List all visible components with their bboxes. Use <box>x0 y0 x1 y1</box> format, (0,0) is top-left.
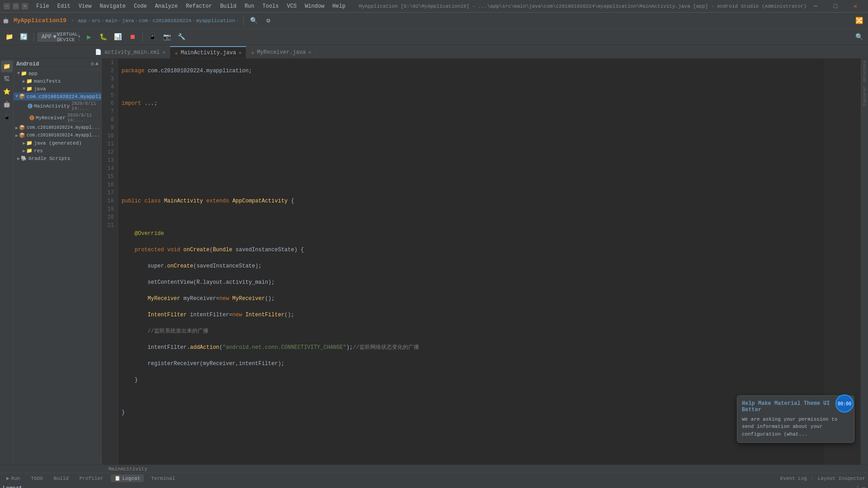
tools-btn-3[interactable]: 🔧 <box>175 31 188 43</box>
event-log-link[interactable]: Event Log <box>780 476 807 481</box>
profile-button[interactable]: 📊 <box>112 31 124 43</box>
win-maximize[interactable]: □ <box>826 0 844 13</box>
tab-java-icon: ☕ <box>175 49 178 56</box>
menu-bar: File Edit View Navigate Code Analyze Ref… <box>33 2 355 10</box>
sidebar-resource-icon[interactable]: 📱 <box>1 111 13 123</box>
structure-tab-right[interactable]: Structure <box>862 59 868 84</box>
tree-java[interactable]: ▼ 📁 java <box>14 85 101 93</box>
tab-activity-main-close[interactable]: ✕ <box>162 50 165 55</box>
tree-pkg-main-label: com.c201801020224.myapplication <box>27 94 102 99</box>
code-line-1: package com.c201801020224.myapplication; <box>122 67 821 75</box>
run-sep-2 <box>79 33 79 42</box>
tab-profiler[interactable]: Profiler <box>76 475 107 482</box>
tab-my-receiver-close[interactable]: ✕ <box>308 50 311 55</box>
menu-run[interactable]: Run <box>241 2 258 10</box>
bc-main[interactable]: main <box>105 18 117 23</box>
tree-app-arrow: ▼ <box>17 71 20 76</box>
settings-btn[interactable]: ⚙ <box>262 14 274 27</box>
bc-myapp[interactable]: myapplication <box>196 18 235 23</box>
menu-help[interactable]: Help <box>329 2 349 10</box>
minimize-btn[interactable]: ─ <box>4 3 10 9</box>
close-btn[interactable]: ✕ <box>22 3 28 9</box>
explorer-tab-right[interactable]: Explorer <box>862 84 868 108</box>
bc-src[interactable]: src <box>92 18 101 23</box>
tab-run[interactable]: ▶ Run <box>3 474 24 482</box>
menu-navigate[interactable]: Navigate <box>96 2 129 10</box>
tools-btn-1[interactable]: 📱 <box>146 31 159 43</box>
editor-tabs: 📄 activity_main.xml ✕ ☕ MainActivity.jav… <box>0 45 868 59</box>
tab-my-receiver[interactable]: ☕ MyReceiver.java ✕ <box>246 46 316 58</box>
tree-java-icon: 📁 <box>26 86 33 92</box>
timer-svg: 00:00 <box>835 394 854 413</box>
tree-pkg-2[interactable]: ▶ 📦 com.c201801020224.myappl... <box>14 124 101 131</box>
win-close[interactable]: ✕ <box>846 0 864 13</box>
tree-manifests-arrow: ▶ <box>23 79 25 84</box>
menu-file[interactable]: File <box>33 2 53 10</box>
tree-pkg-main-icon: 📦 <box>19 94 25 99</box>
device-selector[interactable]: VIRTUAL DEVICE ▼ <box>62 31 75 43</box>
menu-view[interactable]: View <box>75 2 95 10</box>
menu-code[interactable]: Code <box>130 2 151 10</box>
tree-mainactivity[interactable]: 🅒 MainActivity 2020/8/11 14:... <box>14 100 101 112</box>
tools-btn-2[interactable]: 📷 <box>161 31 174 43</box>
tab-build[interactable]: Build <box>50 475 72 482</box>
tree-header-btn-1[interactable]: ⚙ <box>91 61 94 67</box>
logcat-minimize-btn[interactable]: ─ <box>862 485 865 488</box>
maximize-btn[interactable]: □ <box>13 3 19 9</box>
search-btn[interactable]: 🔍 <box>853 31 865 43</box>
sidebar-android-icon[interactable]: 🤖 <box>1 99 13 110</box>
editor-breadcrumb-bar: MainAcitivity <box>0 465 868 473</box>
menu-tools[interactable]: Tools <box>259 2 283 10</box>
tab-main-activity[interactable]: ☕ MainActivity.java ✕ <box>170 46 246 58</box>
sidebar-favorites-icon[interactable]: ⭐ <box>1 86 13 98</box>
tree-res[interactable]: ▶ 📁 res <box>14 147 101 155</box>
git-btn[interactable]: 🔀 <box>853 14 865 27</box>
bc-java[interactable]: java <box>122 18 134 23</box>
menu-edit[interactable]: Edit <box>54 2 74 10</box>
logcat-title: Logcat <box>3 485 22 488</box>
ln-12: 12 <box>102 148 116 156</box>
tree-app[interactable]: ▼ 📁 app <box>14 70 101 77</box>
stop-button[interactable]: ⏹ <box>126 31 139 43</box>
tab-main-activity-close[interactable]: ✕ <box>239 50 241 56</box>
android-label: Android <box>16 61 39 67</box>
sync-btn[interactable]: 🔄 <box>17 31 30 43</box>
search-everywhere-btn[interactable]: 🔍 <box>247 14 260 27</box>
layout-inspector-link[interactable]: Layout Inspector <box>817 476 865 481</box>
menu-analyze[interactable]: Analyze <box>151 2 181 10</box>
timer-circle[interactable]: 00:00 <box>835 394 854 413</box>
tree-pkg-main[interactable]: ▼ 📦 com.c201801020224.myapplication <box>14 93 101 100</box>
tab-todo[interactable]: TODO <box>27 475 46 482</box>
tab-terminal[interactable]: Terminal <box>147 475 179 482</box>
bottom-toolbar-section: Event Log | Layout Inspector <box>780 475 865 482</box>
tree-manifests[interactable]: ▶ 📁 manifests <box>14 77 101 85</box>
tree-pkg-3-icon: 📦 <box>19 132 25 138</box>
tree-header-btn-2[interactable]: ▲ <box>95 61 99 67</box>
code-content[interactable]: package com.c201801020224.myapplication;… <box>118 59 825 465</box>
tree-pkg-3[interactable]: ▶ 📦 com.c201801020224.myappl... <box>14 131 101 139</box>
tree-gradle[interactable]: ▶ 🐘 Gradle Scripts <box>14 155 101 162</box>
tab-logcat[interactable]: 📋 Logcat <box>111 474 144 482</box>
logcat-more-btn[interactable]: ⋮ <box>855 485 860 488</box>
tree-java-arrow: ▼ <box>23 86 25 91</box>
menu-window[interactable]: Window <box>301 2 328 10</box>
tree-java-gen[interactable]: ▶ 📁 java (generated) <box>14 139 101 147</box>
bc-app[interactable]: app <box>78 18 87 23</box>
bc-pkg[interactable]: c201801020224 <box>153 18 192 23</box>
tree-res-icon: 📁 <box>26 148 33 154</box>
menu-vcs[interactable]: VCS <box>283 2 301 10</box>
ln-2: 2 <box>102 67 116 75</box>
project-structure-btn[interactable]: 📁 <box>3 31 15 43</box>
win-minimize[interactable]: ─ <box>807 0 825 13</box>
menu-refactor[interactable]: Refactor <box>182 2 216 10</box>
sidebar-project-icon[interactable]: 📁 <box>1 61 13 72</box>
left-sidebar-icons: 📁 🏗 ⭐ 🤖 📱 <box>0 59 14 465</box>
ln-20: 20 <box>102 213 116 221</box>
debug-button[interactable]: 🐛 <box>97 31 110 43</box>
bc-com[interactable]: com <box>139 18 148 23</box>
menu-build[interactable]: Build <box>217 2 240 10</box>
run-button[interactable]: ▶ <box>83 31 95 43</box>
tab-activity-main[interactable]: 📄 activity_main.xml ✕ <box>90 46 170 58</box>
tree-myreceiver[interactable]: 🅒 MyReceiver 2020/8/11 14:... <box>14 112 101 124</box>
sidebar-structure-icon[interactable]: 🏗 <box>1 73 13 85</box>
